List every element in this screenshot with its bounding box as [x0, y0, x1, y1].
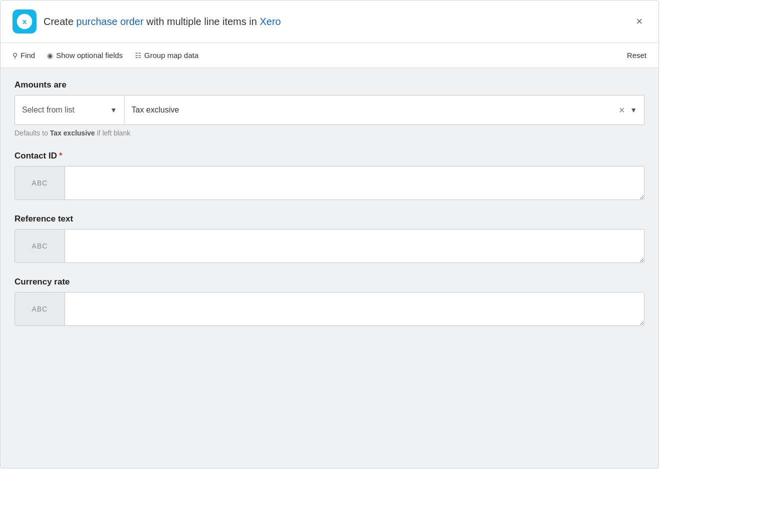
modal-content: Amounts are Select from list ▼ Tax exclu…: [0, 68, 658, 468]
amounts-section: Amounts are Select from list ▼ Tax exclu…: [14, 80, 644, 137]
defaults-pre: Defaults to: [14, 129, 50, 137]
title-link-xero[interactable]: Xero: [260, 16, 280, 27]
toolbar: ⚲ Find ◉ Show optional fields ☷ Group ma…: [0, 43, 658, 68]
show-optional-fields-button[interactable]: ◉ Show optional fields: [47, 49, 122, 62]
contact-id-field-row: ABC: [14, 166, 644, 200]
select-from-list-dropdown[interactable]: Select from list ▼: [14, 95, 124, 125]
amounts-label: Amounts are: [14, 80, 644, 90]
clear-icon[interactable]: ✕: [618, 106, 625, 115]
required-star: *: [59, 151, 62, 160]
amounts-row: Select from list ▼ Tax exclusive ✕ ▼: [14, 95, 644, 125]
header-left: x Create purchase order with multiple li…: [12, 10, 281, 34]
reference-text-input[interactable]: [65, 230, 644, 262]
tax-value: Tax exclusive: [132, 106, 179, 114]
svg-text:x: x: [22, 17, 27, 26]
currency-rate-prefix: ABC: [15, 292, 65, 326]
tax-select-dropdown[interactable]: Tax exclusive ✕ ▼: [124, 95, 644, 125]
title-link-purchase-order[interactable]: purchase order: [76, 16, 144, 27]
group-icon: ☷: [135, 52, 142, 60]
modal-container: x Create purchase order with multiple li…: [0, 0, 659, 468]
close-button[interactable]: ×: [632, 14, 646, 29]
contact-id-input[interactable]: [65, 166, 644, 200]
currency-rate-label: Currency rate: [14, 277, 644, 287]
modal-header: x Create purchase order with multiple li…: [0, 0, 658, 43]
contact-id-prefix: ABC: [15, 166, 65, 200]
group-map-data-button[interactable]: ☷ Group map data: [135, 49, 198, 62]
search-icon: ⚲: [12, 52, 18, 60]
eye-icon: ◉: [47, 52, 53, 60]
defaults-post: if left blank: [95, 129, 130, 137]
select-placeholder: Select from list: [22, 106, 74, 114]
currency-rate-input[interactable]: [65, 292, 644, 326]
title-mid: with multiple line items in: [144, 16, 260, 27]
currency-rate-field-row: ABC: [14, 292, 644, 326]
toolbar-left: ⚲ Find ◉ Show optional fields ☷ Group ma…: [12, 49, 198, 62]
defaults-hint: Defaults to Tax exclusive if left blank: [14, 129, 644, 137]
group-map-label: Group map data: [144, 51, 198, 60]
tax-select-actions: ✕ ▼: [618, 106, 637, 115]
chevron-down-icon: ▼: [110, 106, 117, 114]
header-title: Create purchase order with multiple line…: [44, 16, 281, 28]
contact-id-label: Contact ID*: [14, 151, 644, 161]
find-button[interactable]: ⚲ Find: [12, 49, 35, 62]
reset-button[interactable]: Reset: [627, 49, 646, 62]
defaults-bold: Tax exclusive: [50, 129, 95, 137]
contact-id-section: Contact ID* ABC: [14, 151, 644, 200]
currency-rate-section: Currency rate ABC: [14, 277, 644, 326]
xero-logo: x: [12, 10, 36, 34]
chevron-down-icon-tax: ▼: [630, 106, 637, 114]
reference-text-prefix: ABC: [15, 230, 65, 262]
reference-text-section: Reference text ABC: [14, 214, 644, 263]
reference-text-field-row: ABC: [14, 229, 644, 263]
title-pre: Create: [44, 16, 76, 27]
show-optional-label: Show optional fields: [56, 51, 122, 60]
reference-text-label: Reference text: [14, 214, 644, 224]
find-label: Find: [20, 51, 35, 60]
